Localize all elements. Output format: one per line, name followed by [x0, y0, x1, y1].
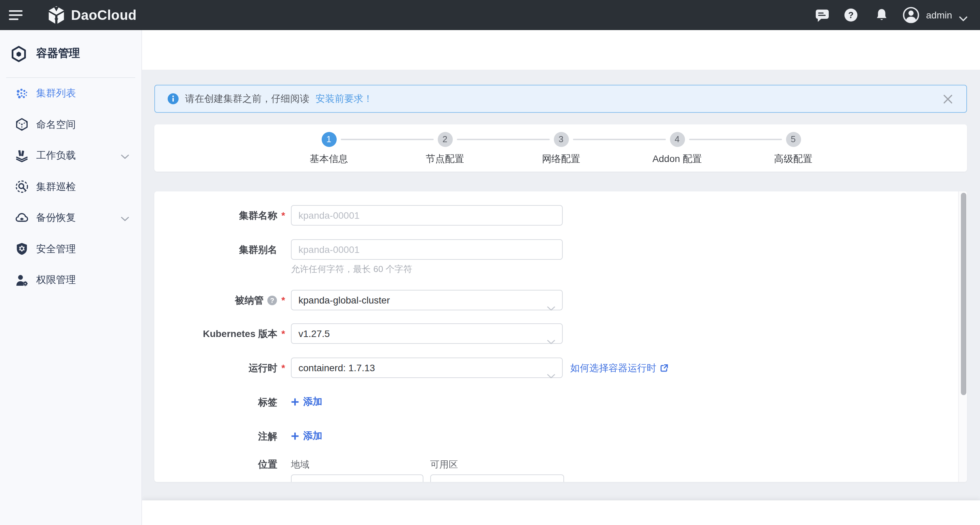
required-asterisk: * [282, 357, 285, 378]
required-asterisk: * [282, 290, 285, 310]
chevron-down-icon [547, 332, 555, 351]
step-node-config[interactable]: 2 节点配置 [397, 124, 493, 166]
cluster-alias-input[interactable] [291, 239, 563, 260]
user-avatar[interactable] [902, 6, 917, 21]
sidebar-item-permissions[interactable]: 权限管理 [0, 265, 142, 296]
hamburger-menu-button[interactable] [9, 8, 24, 22]
step-label: 基本信息 [281, 153, 377, 166]
wizard-footer: 取消 下一步 [142, 500, 980, 525]
svg-text:?: ? [848, 10, 854, 20]
username[interactable]: admin [926, 0, 952, 30]
scrollbar-thumb[interactable] [961, 193, 966, 395]
step-label: 网络配置 [513, 153, 609, 166]
step-label: 高级配置 [745, 153, 841, 166]
notifications-button[interactable] [874, 8, 889, 22]
step-circle[interactable]: 4 [670, 132, 685, 147]
zone-input[interactable] [430, 474, 564, 482]
cluster-alias-helper: 允许任何字符，最长 60 个字符 [291, 263, 412, 276]
chevron-down-icon [547, 298, 555, 317]
annotations-label: 注解 [154, 429, 277, 444]
cluster-alias-label: 集群别名 [154, 239, 277, 260]
step-circle[interactable]: 2 [438, 132, 452, 147]
k8s-version-select[interactable]: v1.27.5 [291, 323, 563, 344]
runtime-docs-link[interactable]: 如何选择容器运行时 [570, 357, 668, 378]
step-label: 节点配置 [397, 153, 493, 166]
k8s-version-label: Kubernetes 版本 [154, 323, 277, 344]
step-addon-config[interactable]: 4 Addon 配置 [629, 124, 725, 166]
managed-by-label: 被纳管? [154, 290, 277, 310]
sidebar-item-cluster-list[interactable]: 集群列表 [0, 78, 142, 109]
region-input[interactable] [291, 474, 423, 482]
avatar-icon [902, 6, 920, 24]
plus-icon [291, 432, 299, 440]
messages-button[interactable] [815, 8, 830, 22]
step-label: Addon 配置 [629, 153, 725, 166]
sidebar-item-label: 权限管理 [36, 274, 76, 287]
banner-link[interactable]: 安装前要求！ [315, 93, 373, 105]
sidebar-item-workloads[interactable]: 工作负载 [0, 140, 142, 171]
help-tooltip-icon[interactable]: ? [267, 295, 277, 306]
user-menu-toggle[interactable] [959, 13, 968, 24]
chat-icon [815, 8, 830, 22]
sidebar-item-label: 集群列表 [36, 87, 76, 100]
banner-text: 请在创建集群之前，仔细阅读 [185, 93, 309, 105]
module-switcher[interactable]: 容器管理 [0, 30, 142, 77]
runtime-select[interactable]: containerd: 1.7.13 [291, 357, 563, 378]
step-circle[interactable]: 1 [321, 132, 336, 147]
managed-by-select[interactable]: kpanda-global-cluster [291, 290, 563, 310]
region-label: 地域 [291, 459, 309, 471]
wizard-stepper: 1 基本信息 2 节点配置 3 网络配置 4 Addon 配置 5 高级配置 [154, 124, 967, 171]
add-label-button[interactable]: 添加 [291, 394, 322, 410]
svg-text:?: ? [270, 297, 274, 304]
daocloud-logo-icon [46, 5, 66, 25]
workload-icon [15, 149, 29, 163]
inspection-icon [15, 180, 29, 194]
banner-close-button[interactable] [943, 94, 953, 104]
namespace-icon [15, 118, 29, 132]
zone-label: 可用区 [430, 459, 458, 471]
info-banner: 请在创建集群之前，仔细阅读 安装前要求！ [154, 85, 967, 113]
cluster-list-icon [15, 87, 29, 101]
cluster-name-label: 集群名称 [154, 205, 277, 226]
sidebar-item-namespace[interactable]: 命名空间 [0, 109, 142, 140]
sidebar-item-label: 备份恢复 [36, 212, 76, 225]
screen: DaoCloud ? [0, 0, 980, 525]
help-button[interactable]: ? [843, 8, 858, 22]
chevron-down-icon [121, 212, 129, 223]
page-header [142, 30, 980, 70]
step-circle[interactable]: 5 [786, 132, 801, 147]
sidebar-item-backup-restore[interactable]: 备份恢复 [0, 202, 142, 233]
step-advanced-config[interactable]: 5 高级配置 [745, 124, 841, 166]
chevron-down-icon [959, 16, 968, 22]
sidebar-item-label: 集群巡检 [36, 180, 76, 193]
chevron-down-icon [547, 366, 555, 385]
sidebar-item-label: 命名空间 [36, 118, 76, 131]
plus-icon [291, 398, 299, 406]
permission-icon [15, 273, 29, 287]
sidebar-item-label: 安全管理 [36, 243, 76, 256]
cluster-name-input[interactable] [291, 205, 563, 226]
labels-label: 标签 [154, 394, 277, 410]
sidebar: 容器管理 集群列表 命名空间 [0, 30, 142, 525]
scrollbar-track[interactable] [958, 191, 967, 482]
required-asterisk: * [282, 323, 285, 344]
topbar: DaoCloud ? [0, 0, 980, 30]
step-basic-info[interactable]: 1 基本信息 [281, 124, 377, 166]
step-circle[interactable]: 3 [554, 132, 568, 147]
add-annotation-button[interactable]: 添加 [291, 429, 322, 444]
brand-logo[interactable]: DaoCloud [46, 5, 137, 25]
external-link-icon [660, 363, 668, 372]
sidebar-item-security[interactable]: 安全管理 [0, 233, 142, 265]
basic-info-form: 集群名称 * 集群别名 允许任何字符，最长 60 个字符 被纳管? * kpan… [154, 191, 967, 482]
container-module-icon [10, 45, 27, 62]
sidebar-item-cluster-inspection[interactable]: 集群巡检 [0, 171, 142, 202]
required-asterisk: * [282, 205, 285, 226]
security-icon [15, 243, 29, 256]
bell-icon [874, 8, 889, 22]
module-title: 容器管理 [36, 46, 80, 61]
backup-icon [15, 211, 29, 225]
info-icon [167, 93, 179, 105]
step-network-config[interactable]: 3 网络配置 [513, 124, 609, 166]
help-icon: ? [843, 8, 858, 22]
runtime-label: 运行时 [154, 357, 277, 378]
